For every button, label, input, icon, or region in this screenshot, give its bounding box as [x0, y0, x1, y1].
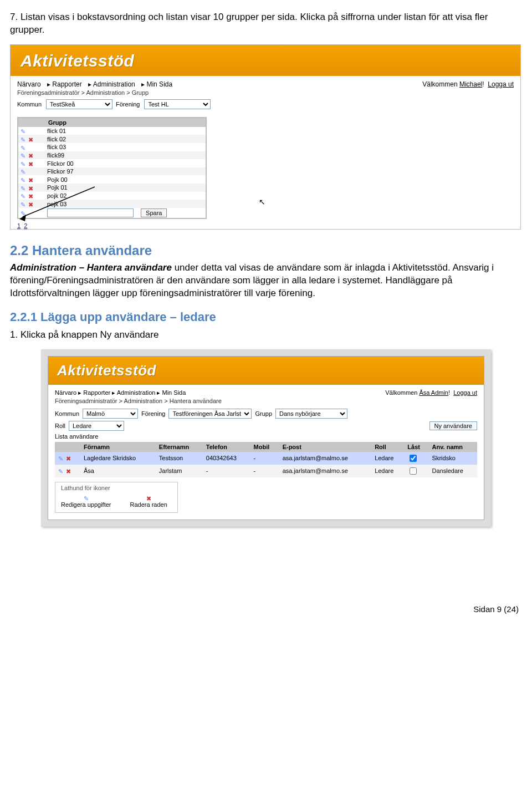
cursor-icon: ↖ [259, 197, 265, 206]
cell: Åsa [80, 465, 156, 477]
col-mobil: Mobil [250, 442, 279, 452]
menu-rapporter[interactable]: Rapporter [52, 80, 81, 88]
pencil-icon[interactable]: ✎ [21, 145, 27, 151]
col-efternamn: Efternamn [156, 442, 203, 452]
app-title-banner: Aktivitetsstöd [11, 45, 520, 76]
cell: Skridsko [429, 452, 477, 465]
table-row[interactable]: ✎flick 01 [18, 127, 206, 135]
cell: Dansledare [429, 465, 477, 477]
cell: flick99 [45, 151, 206, 160]
table-row[interactable]: ✎ ✖Pojk 00 [18, 175, 206, 184]
delete-icon[interactable]: ✖ [28, 152, 34, 159]
pencil-icon: ✎ [83, 495, 89, 501]
menu-rapporter[interactable]: Rapporter [83, 389, 110, 396]
pencil-icon[interactable]: ✎ [21, 177, 27, 183]
welcome-prefix: Välkommen [422, 80, 459, 88]
table-row[interactable]: ✎ ✖ Åsa Jarlstam - - asa.jarlstam@malmo.… [55, 465, 477, 477]
cell: Testsson [156, 452, 203, 465]
col-icons [55, 442, 80, 452]
label-grupp: Grupp [255, 410, 272, 417]
delete-icon: ✖ [146, 495, 152, 501]
delete-icon[interactable]: ✖ [28, 136, 34, 143]
col-roll: Roll [371, 442, 404, 452]
col-fornamn: Förnamn [80, 442, 156, 452]
cell: Flickor 97 [45, 167, 206, 176]
select-forening[interactable]: Test HL [144, 99, 211, 109]
welcome-text: Välkommen Åsa Admin! Logga ut [385, 389, 477, 396]
label-roll: Roll [55, 423, 65, 429]
filter-bar: Kommun Malmö Förening Testföreningen Åsa… [48, 406, 484, 421]
new-user-button[interactable]: Ny användare [429, 421, 478, 430]
annotation-arrow-icon [17, 185, 100, 223]
table-row[interactable]: ✎flick 03 [18, 143, 206, 151]
welcome-user[interactable]: Michael [459, 80, 482, 88]
cell: flick 01 [45, 127, 206, 135]
select-kommun[interactable]: Malmö [83, 409, 138, 419]
label-kommun: Kommun [55, 410, 79, 417]
locked-checkbox[interactable] [410, 455, 417, 462]
legend-delete-label: Radera raden [130, 501, 167, 508]
cell: flick 03 [45, 143, 206, 151]
screenshot-grupp: Aktivitetsstöd Närvaro ▸ Rapporter ▸ Adm… [10, 44, 521, 230]
delete-icon[interactable]: ✖ [66, 455, 72, 461]
menu-narvaro[interactable]: Närvaro [17, 80, 41, 88]
filter-bar-2: Roll Ledare Ny användare [48, 421, 484, 433]
select-kommun[interactable]: TestSkeå [46, 99, 112, 109]
select-grupp[interactable]: Dans nybörjare [275, 409, 347, 419]
menu-administration[interactable]: Administration [93, 80, 135, 88]
col-grupp: Grupp [45, 118, 206, 127]
welcome-text: Välkommen Michael! Logga ut [422, 80, 514, 88]
select-forening[interactable]: Testföreningen Åsa Jarlstar [168, 409, 252, 419]
breadcrumb: Föreningsadministratör > Administration … [48, 398, 484, 406]
pencil-icon[interactable]: ✎ [58, 455, 64, 461]
page-footer: Sidan 9 (24) [10, 604, 522, 614]
cell: asa.jarlstam@malmo.se [279, 452, 372, 465]
menu-narvaro[interactable]: Närvaro [55, 389, 76, 396]
cell: Ledare [371, 465, 404, 477]
para-2-2: Administration – Hantera användare under… [10, 262, 522, 300]
step-1: 1. Klicka på knappen Ny användare [10, 329, 522, 342]
legend-edit-label: Redigera uppgifter [61, 501, 111, 508]
label-kommun: Kommun [17, 101, 42, 108]
welcome-user[interactable]: Åsa Admin [419, 389, 448, 396]
cell: - [250, 452, 279, 465]
breadcrumb: Föreningsadministratör > Administration … [11, 89, 520, 98]
locked-checkbox[interactable] [410, 467, 417, 475]
icon-legend: Lathund för ikoner ✎ Redigera uppgifter … [55, 482, 178, 513]
pencil-icon[interactable]: ✎ [21, 169, 27, 175]
filter-bar: Kommun TestSkeå Förening Test HL [11, 98, 520, 114]
cell: asa.jarlstam@malmo.se [279, 465, 372, 477]
col-epost: E-post [279, 442, 372, 452]
pencil-icon[interactable]: ✎ [21, 161, 27, 167]
logout-link[interactable]: Logga ut [488, 80, 514, 88]
table-row[interactable]: ✎Flickor 97 [18, 167, 206, 176]
top-menubar: Närvaro ▸ Rapporter ▸ Administration ▸ M… [11, 76, 520, 89]
delete-icon[interactable]: ✖ [28, 161, 34, 167]
table-row[interactable]: ✎ ✖flick 02 [18, 135, 206, 143]
delete-icon[interactable]: ✖ [66, 468, 72, 474]
table-row[interactable]: ✎ ✖Flickor 00 [18, 159, 206, 167]
heading-2-2-1: 2.2.1 Lägga upp användare – ledare [10, 310, 522, 324]
pencil-icon[interactable]: ✎ [21, 152, 27, 159]
table-row[interactable]: ✎ ✖ Lagledare Skridsko Testsson 04034264… [55, 452, 477, 465]
logout-link[interactable]: Logga ut [453, 389, 477, 396]
cell: - [250, 465, 279, 477]
menu-minsida[interactable]: Min Sida [146, 80, 172, 88]
pencil-icon[interactable]: ✎ [21, 136, 27, 143]
list-caption: Lista användare [48, 433, 484, 440]
pencil-icon[interactable]: ✎ [21, 128, 27, 134]
select-roll[interactable]: Ledare [69, 421, 124, 431]
pencil-icon[interactable]: ✎ [58, 468, 64, 474]
menu-administration[interactable]: Administration [117, 389, 156, 396]
table-row[interactable]: ✎ ✖flick99 [18, 151, 206, 160]
cell: Flickor 00 [45, 159, 206, 167]
heading-2-2: 2.2 Hantera användare [10, 243, 522, 258]
menu-minsida[interactable]: Min Sida [162, 389, 186, 396]
para-2-2-lead: Administration – Hantera användare [10, 262, 172, 273]
save-button[interactable]: Spara [141, 208, 167, 217]
cell: Ledare [371, 452, 404, 465]
welcome-prefix: Välkommen [385, 389, 419, 396]
svg-marker-1 [19, 215, 26, 221]
delete-icon[interactable]: ✖ [28, 177, 34, 183]
cell: - [203, 465, 250, 477]
